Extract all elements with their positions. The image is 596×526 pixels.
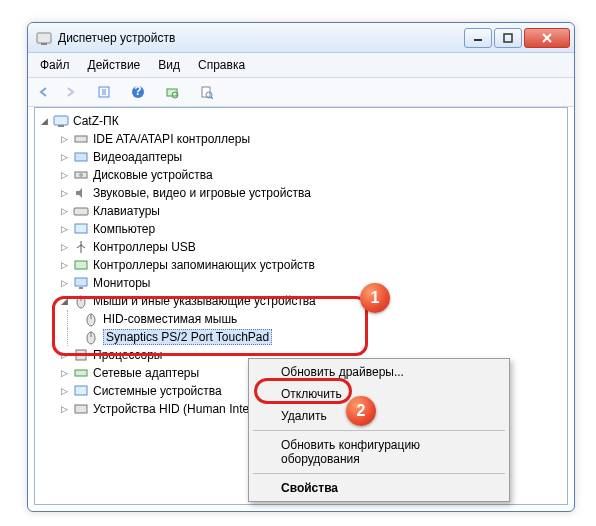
svg-rect-24 bbox=[75, 224, 87, 233]
mouse-icon bbox=[83, 311, 99, 327]
titlebar[interactable]: Диспетчер устройств bbox=[28, 23, 574, 53]
toolbar-back-button[interactable] bbox=[32, 81, 56, 103]
computer-category-icon bbox=[73, 221, 89, 237]
tree-root[interactable]: ◢ CatZ-ПК bbox=[37, 112, 565, 130]
expand-icon[interactable]: ▷ bbox=[59, 350, 69, 360]
svg-rect-18 bbox=[58, 125, 64, 127]
window-title: Диспетчер устройств bbox=[58, 31, 464, 45]
selected-device-label: Synaptics PS/2 Port TouchPad bbox=[103, 329, 272, 345]
collapse-icon[interactable]: ◢ bbox=[59, 296, 69, 306]
expand-icon[interactable]: ▷ bbox=[59, 404, 69, 414]
svg-point-22 bbox=[79, 173, 83, 177]
expand-icon[interactable]: ▷ bbox=[59, 260, 69, 270]
svg-rect-26 bbox=[75, 278, 87, 286]
svg-rect-3 bbox=[504, 34, 512, 42]
tree-item[interactable]: ▷ Звуковые, видео и игровые устройства bbox=[37, 184, 565, 202]
app-icon bbox=[36, 30, 52, 46]
toolbar-properties-button[interactable] bbox=[194, 81, 218, 103]
close-button[interactable] bbox=[524, 28, 570, 48]
svg-rect-1 bbox=[41, 43, 47, 45]
tree-item[interactable]: ▷ Дисковые устройства bbox=[37, 166, 565, 184]
collapse-icon[interactable]: ◢ bbox=[39, 116, 49, 126]
window-buttons bbox=[464, 28, 570, 48]
ctx-disable[interactable]: Отключить bbox=[251, 383, 507, 405]
svg-text:?: ? bbox=[134, 85, 141, 98]
svg-rect-34 bbox=[76, 350, 86, 360]
expand-icon[interactable]: ▷ bbox=[59, 152, 69, 162]
monitor-icon bbox=[73, 275, 89, 291]
expand-icon[interactable]: ▷ bbox=[59, 206, 69, 216]
ide-icon bbox=[73, 131, 89, 147]
tree-item-hid-mouse[interactable]: HID-совместимая мышь bbox=[37, 310, 565, 328]
display-adapter-icon bbox=[73, 149, 89, 165]
toolbar-show-hidden-button[interactable] bbox=[92, 81, 116, 103]
svg-rect-36 bbox=[75, 386, 87, 395]
hid-icon bbox=[73, 401, 89, 417]
menubar: Файл Действие Вид Справка bbox=[28, 53, 574, 78]
expand-icon[interactable]: ▷ bbox=[59, 134, 69, 144]
maximize-button[interactable] bbox=[494, 28, 522, 48]
ctx-properties[interactable]: Свойства bbox=[251, 477, 507, 499]
expand-icon[interactable]: ▷ bbox=[59, 386, 69, 396]
context-menu: Обновить драйверы... Отключить Удалить О… bbox=[248, 358, 510, 502]
menu-file[interactable]: Файл bbox=[32, 55, 78, 75]
expand-icon[interactable]: ▷ bbox=[59, 188, 69, 198]
toolbar: ? bbox=[28, 78, 574, 107]
ctx-separator bbox=[253, 430, 505, 431]
svg-rect-25 bbox=[75, 261, 87, 269]
toolbar-help-button[interactable]: ? bbox=[126, 81, 150, 103]
tree-item[interactable]: ▷ Видеоадаптеры bbox=[37, 148, 565, 166]
tree-item[interactable]: ▷ Компьютер bbox=[37, 220, 565, 238]
tree-item[interactable]: ▷ Контроллеры USB bbox=[37, 238, 565, 256]
usb-icon bbox=[73, 239, 89, 255]
menu-action[interactable]: Действие bbox=[80, 55, 149, 75]
sound-icon bbox=[73, 185, 89, 201]
processor-icon bbox=[73, 347, 89, 363]
storage-controller-icon bbox=[73, 257, 89, 273]
tree-item-mice[interactable]: ◢ Мыши и иные указывающие устройства bbox=[37, 292, 565, 310]
toolbar-scan-button[interactable] bbox=[160, 81, 184, 103]
svg-rect-17 bbox=[54, 116, 68, 125]
computer-icon bbox=[53, 113, 69, 129]
svg-rect-35 bbox=[75, 370, 87, 376]
svg-rect-23 bbox=[74, 208, 88, 215]
ctx-scan-hardware[interactable]: Обновить конфигурацию оборудования bbox=[251, 434, 507, 470]
expand-icon[interactable]: ▷ bbox=[59, 170, 69, 180]
toolbar-forward-button[interactable] bbox=[58, 81, 82, 103]
ctx-separator bbox=[253, 473, 505, 474]
tree-item[interactable]: ▷ Клавиатуры bbox=[37, 202, 565, 220]
expand-icon[interactable]: ▷ bbox=[59, 242, 69, 252]
expand-icon[interactable]: ▷ bbox=[59, 368, 69, 378]
system-device-icon bbox=[73, 383, 89, 399]
disk-icon bbox=[73, 167, 89, 183]
ctx-update-drivers[interactable]: Обновить драйверы... bbox=[251, 361, 507, 383]
svg-rect-0 bbox=[37, 33, 51, 43]
menu-view[interactable]: Вид bbox=[150, 55, 188, 75]
svg-line-16 bbox=[211, 97, 213, 99]
tree-item[interactable]: ▷ IDE ATA/ATAPI контроллеры bbox=[37, 130, 565, 148]
expand-icon[interactable]: ▷ bbox=[59, 278, 69, 288]
network-adapter-icon bbox=[73, 365, 89, 381]
svg-rect-27 bbox=[79, 287, 83, 289]
svg-rect-19 bbox=[75, 136, 87, 142]
svg-rect-20 bbox=[75, 153, 87, 161]
ctx-delete[interactable]: Удалить bbox=[251, 405, 507, 427]
svg-rect-37 bbox=[75, 405, 87, 413]
tree-item-synaptics[interactable]: Synaptics PS/2 Port TouchPad bbox=[37, 328, 565, 346]
minimize-button[interactable] bbox=[464, 28, 492, 48]
tree-item[interactable]: ▷ Мониторы bbox=[37, 274, 565, 292]
menu-help[interactable]: Справка bbox=[190, 55, 253, 75]
mouse-icon bbox=[73, 293, 89, 309]
expand-icon[interactable]: ▷ bbox=[59, 224, 69, 234]
tree-root-label: CatZ-ПК bbox=[73, 114, 119, 128]
mouse-icon bbox=[83, 329, 99, 345]
tree-item[interactable]: ▷ Контроллеры запоминающих устройств bbox=[37, 256, 565, 274]
keyboard-icon bbox=[73, 203, 89, 219]
